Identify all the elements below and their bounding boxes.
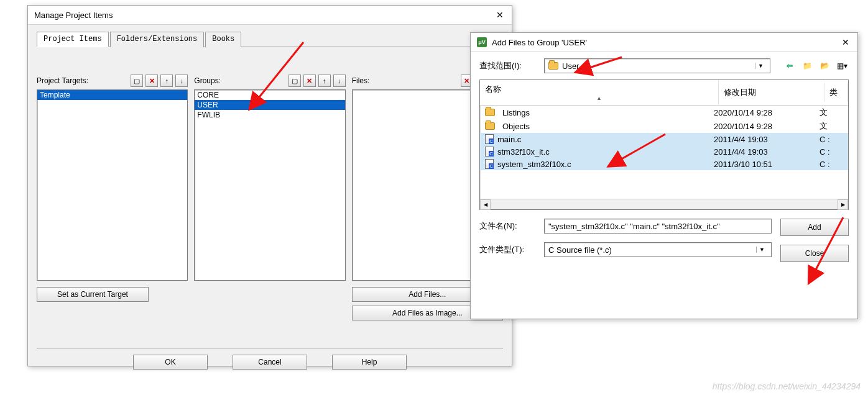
header-type[interactable]: 类 — [824, 83, 848, 102]
scroll-left-icon[interactable]: ◀ — [480, 199, 491, 210]
tab-bar: Project Items Folders/Extensions Books — [37, 31, 503, 47]
groups-list[interactable]: CORE USER FWLIB — [194, 89, 345, 281]
file-row[interactable]: Listings2020/10/14 9:28文 — [480, 106, 848, 119]
file-type: C : — [820, 147, 843, 157]
add-button[interactable]: Add — [780, 219, 849, 236]
tab-books[interactable]: Books — [205, 32, 241, 47]
file-name: system_stm32f10x.c — [497, 160, 571, 169]
window-title: Manage Project Items — [34, 11, 494, 20]
project-targets-column: Project Targets: ▢ ✕ ↑ ↓ Template Set as… — [37, 75, 188, 320]
file-date: 2011/3/10 10:51 — [714, 160, 820, 169]
filetype-label: 文件类型(T): — [479, 244, 537, 255]
watermark: https://blog.csdn.net/weixin_44234294 — [713, 381, 861, 391]
add-files-window: μV Add Files to Group 'USER' ✕ 查找范围(I): … — [470, 32, 858, 319]
file-name: Listings — [502, 108, 530, 117]
files-label: Files: — [352, 76, 370, 85]
file-name: Objects — [502, 122, 530, 131]
up-folder-icon[interactable]: 📁 — [800, 59, 814, 73]
list-item[interactable]: USER — [195, 100, 344, 110]
chevron-down-icon: ▼ — [756, 247, 767, 253]
file-name: stm32f10x_it.c — [497, 147, 550, 157]
filetype-combo[interactable]: C Source file (*.c) ▼ — [544, 242, 772, 257]
groups-label: Groups: — [194, 76, 221, 85]
move-group-down-button[interactable]: ↓ — [333, 75, 346, 87]
close-button[interactable]: Close — [780, 245, 849, 262]
file-row[interactable]: main.c2011/4/4 19:03C : — [480, 133, 848, 145]
file-date: 2020/10/14 9:28 — [714, 122, 820, 131]
header-name[interactable]: 名称 ▲ — [480, 80, 719, 105]
c-file-icon — [485, 159, 494, 169]
file-type: 文 — [820, 107, 843, 118]
file-type: 文 — [820, 120, 843, 132]
list-item[interactable]: FWLIB — [195, 110, 344, 120]
cancel-button[interactable]: Cancel — [233, 355, 307, 370]
delete-target-button[interactable]: ✕ — [145, 75, 158, 87]
groups-column: Groups: ▢ ✕ ↑ ↓ CORE USER FWLIB — [194, 75, 345, 320]
column-headers: 名称 ▲ 修改日期 类 — [480, 80, 848, 106]
file-row[interactable]: Objects2020/10/14 9:28文 — [480, 119, 848, 133]
sort-asc-icon: ▲ — [485, 95, 713, 101]
file-date: 2011/4/4 19:03 — [714, 147, 820, 157]
nav-icons: ⇦ 📁 📂 ▦▾ — [783, 59, 849, 73]
header-date[interactable]: 修改日期 — [719, 83, 824, 102]
filename-label: 文件名(N): — [479, 220, 537, 232]
close-icon[interactable]: ✕ — [840, 37, 851, 48]
list-item[interactable]: Template — [37, 90, 187, 100]
folder-icon — [485, 109, 495, 116]
filename-input[interactable] — [544, 219, 772, 234]
file-type: C : — [820, 160, 843, 169]
delete-group-button[interactable]: ✕ — [303, 75, 316, 87]
filetype-value: C Source file (*.c) — [548, 245, 612, 255]
look-in-combo[interactable]: User ▼ — [544, 58, 770, 73]
title-bar: μV Add Files to Group 'USER' ✕ — [471, 33, 857, 52]
ok-button[interactable]: OK — [133, 355, 208, 370]
file-date: 2011/4/4 19:03 — [714, 135, 820, 144]
folder-icon — [485, 122, 495, 130]
move-group-up-button[interactable]: ↑ — [318, 75, 331, 87]
chevron-down-icon: ▼ — [755, 63, 766, 69]
file-name: main.c — [497, 135, 521, 144]
file-date: 2020/10/14 9:28 — [714, 108, 820, 117]
tab-folders-extensions[interactable]: Folders/Extensions — [110, 32, 205, 47]
set-current-target-button[interactable]: Set as Current Target — [37, 287, 149, 302]
back-icon[interactable]: ⇦ — [783, 59, 796, 73]
view-menu-icon[interactable]: ▦▾ — [835, 59, 849, 73]
file-list[interactable]: 名称 ▲ 修改日期 类 Listings2020/10/14 9:28文Obje… — [479, 79, 849, 210]
window-title: Add Files to Group 'USER' — [492, 38, 840, 47]
tab-project-items[interactable]: Project Items — [37, 32, 109, 47]
list-item[interactable]: CORE — [195, 90, 344, 100]
scroll-right-icon[interactable]: ▶ — [838, 199, 848, 210]
new-target-button[interactable]: ▢ — [131, 75, 143, 87]
file-type: C : — [820, 135, 843, 144]
app-icon: μV — [477, 37, 487, 47]
folder-icon — [548, 62, 558, 70]
c-file-icon — [485, 147, 494, 157]
project-targets-label: Project Targets: — [37, 76, 88, 85]
look-in-value: User — [562, 61, 579, 71]
c-file-icon — [485, 134, 494, 144]
move-target-down-button[interactable]: ↓ — [175, 75, 188, 87]
title-bar: Manage Project Items ✕ — [28, 6, 512, 25]
file-row[interactable]: system_stm32f10x.c2011/3/10 10:51C : — [480, 158, 848, 170]
new-folder-icon[interactable]: 📂 — [818, 59, 831, 73]
horizontal-scrollbar[interactable]: ◀ ▶ — [480, 199, 848, 209]
help-button[interactable]: Help — [332, 355, 407, 370]
manage-project-items-window: Manage Project Items ✕ Project Items Fol… — [27, 5, 512, 366]
close-icon[interactable]: ✕ — [494, 9, 506, 20]
look-in-label: 查找范围(I): — [479, 60, 537, 71]
move-target-up-button[interactable]: ↑ — [160, 75, 173, 87]
new-group-button[interactable]: ▢ — [289, 75, 301, 87]
project-targets-list[interactable]: Template — [37, 89, 188, 281]
file-row[interactable]: stm32f10x_it.c2011/4/4 19:03C : — [480, 145, 848, 158]
